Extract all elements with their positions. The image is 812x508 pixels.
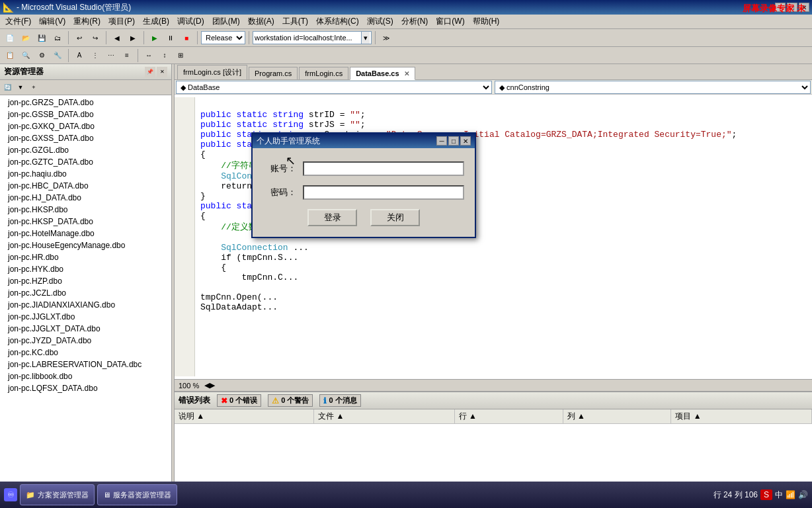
solution-item[interactable]: jon-pc.JJGLXT_DATA.dbo bbox=[0, 323, 171, 335]
menu-edit[interactable]: 编辑(V) bbox=[35, 15, 69, 28]
error-badge[interactable]: ✖ 0 个错误 bbox=[217, 394, 261, 407]
tb2-1[interactable]: 📋 bbox=[3, 48, 17, 63]
solution-item[interactable]: jon-pc.LQFSX_DATA.dbo bbox=[0, 382, 171, 394]
solution-item[interactable]: jon-pc.LABRESERVATION_DATA.dbc bbox=[0, 359, 171, 370]
save-btn[interactable]: 💾 bbox=[34, 30, 49, 45]
warning-icon: ⚠ bbox=[272, 396, 279, 405]
dialog-maximize-button[interactable]: □ bbox=[448, 136, 459, 146]
sol-new-btn[interactable]: + bbox=[28, 81, 40, 93]
col-project[interactable]: 项目 ▲ bbox=[671, 409, 812, 424]
sol-refresh-btn[interactable]: 🔄 bbox=[1, 81, 13, 93]
solution-item[interactable]: jon-pc.GZTC_DATA.dbo bbox=[0, 156, 171, 168]
pause-btn[interactable]: ⏸ bbox=[163, 30, 178, 45]
solution-item[interactable]: jon-pc.HouseEgencyManage.dbo bbox=[0, 239, 171, 251]
tb2-6[interactable]: ⋮ bbox=[88, 48, 102, 63]
menu-file[interactable]: 文件(F) bbox=[1, 15, 35, 28]
dialog-minimize-button[interactable]: ─ bbox=[436, 136, 447, 146]
tb2-10[interactable]: ↕ bbox=[157, 48, 172, 63]
solution-item[interactable]: jon-pc.GRZS_DATA.dbo bbox=[0, 97, 171, 108]
col-col[interactable]: 列 ▲ bbox=[563, 409, 671, 424]
config-dropdown[interactable]: Release bbox=[201, 31, 245, 44]
tb2-8[interactable]: ≡ bbox=[120, 48, 134, 63]
fwd-btn[interactable]: ▶ bbox=[126, 30, 140, 45]
pin-button[interactable]: 📌 bbox=[145, 67, 155, 77]
menu-build[interactable]: 生成(B) bbox=[139, 15, 173, 28]
member-dropdown[interactable]: ◆ cnnConstring bbox=[495, 81, 811, 94]
menu-test[interactable]: 测试(S) bbox=[363, 15, 397, 28]
undo-btn[interactable]: ↩ bbox=[72, 30, 87, 45]
tab-program[interactable]: Program.cs bbox=[249, 67, 298, 79]
solution-item[interactable]: jon-pc.GSSB_DATA.dbo bbox=[0, 108, 171, 120]
solution-item[interactable]: jon-pc.GXSS_DATA.dbo bbox=[0, 132, 171, 144]
tab-database[interactable]: DataBase.cs ✕ bbox=[350, 67, 415, 80]
login-button[interactable]: 登录 bbox=[307, 209, 357, 226]
tab-close-icon[interactable]: ✕ bbox=[404, 70, 409, 77]
solution-item[interactable]: jon-pc.JCZL.dbo bbox=[0, 287, 171, 299]
warning-badge[interactable]: ⚠ 0 个警告 bbox=[268, 394, 313, 407]
solution-item[interactable]: jon-pc.KC.dbo bbox=[0, 347, 171, 359]
start-btn[interactable]: ▶ bbox=[147, 30, 162, 45]
menu-architecture[interactable]: 体系结构(C) bbox=[312, 15, 363, 28]
menu-project[interactable]: 项目(P) bbox=[104, 15, 139, 28]
solution-item[interactable]: jon-pc.HBC_DATA.dbo bbox=[0, 180, 171, 192]
new-btn[interactable]: 📄 bbox=[3, 30, 17, 45]
account-input[interactable] bbox=[303, 161, 464, 176]
tb2-11[interactable]: ⊞ bbox=[173, 48, 188, 63]
close-panel-button[interactable]: ✕ bbox=[157, 67, 167, 77]
platform-combo[interactable]: workstation id=localhost;Inte... ▾ bbox=[253, 31, 372, 44]
col-file[interactable]: 文件 ▲ bbox=[314, 409, 455, 424]
tb2-7[interactable]: ⋯ bbox=[104, 48, 118, 63]
solution-item[interactable]: jon-pc.GXKQ_DATA.dbo bbox=[0, 120, 171, 132]
tb2-4[interactable]: 🔧 bbox=[50, 48, 65, 63]
solution-item[interactable]: jon-pc.HKSP_DATA.dbo bbox=[0, 216, 171, 228]
solution-item[interactable]: jon-pc.haqiu.dbo bbox=[0, 168, 171, 180]
open-btn[interactable]: 📂 bbox=[19, 30, 33, 45]
col-description[interactable]: 说明 ▲ bbox=[175, 409, 314, 424]
col-line[interactable]: 行 ▲ bbox=[454, 409, 563, 424]
menu-tools[interactable]: 工具(T) bbox=[278, 15, 312, 28]
class-dropdown[interactable]: ◆ DataBase bbox=[176, 81, 492, 94]
tb2-3[interactable]: ⚙ bbox=[34, 48, 49, 63]
solution-item[interactable]: jon-pc.JJGLXT.dbo bbox=[0, 311, 171, 323]
menu-refactor[interactable]: 重构(R) bbox=[69, 15, 104, 28]
menu-data[interactable]: 数据(A) bbox=[244, 15, 278, 28]
solution-item[interactable]: jon-pc.libbook.dbo bbox=[0, 370, 171, 382]
close-dialog-button[interactable]: 关闭 bbox=[370, 209, 420, 226]
sort-icon: ▲ bbox=[196, 411, 204, 421]
password-input[interactable] bbox=[303, 185, 464, 200]
solution-item[interactable]: jon-pc.HYK.dbo bbox=[0, 263, 171, 275]
menu-debug[interactable]: 调试(D) bbox=[173, 15, 208, 28]
taskbar-server-explorer[interactable]: 🖥 服务器资源管理器 bbox=[97, 484, 177, 505]
solution-item[interactable]: jon-pc.HR.dbo bbox=[0, 251, 171, 263]
solution-item[interactable]: jon-pc.JYZD_DATA.dbo bbox=[0, 335, 171, 347]
taskbar-ime-icon[interactable]: S bbox=[760, 489, 772, 500]
stop-btn[interactable]: ■ bbox=[179, 30, 194, 45]
menu-team[interactable]: 团队(M) bbox=[208, 15, 244, 28]
solution-item[interactable]: jon-pc.GZGL.dbo bbox=[0, 144, 171, 156]
start-button[interactable]: ♾ bbox=[4, 488, 17, 501]
info-badge[interactable]: ℹ 0 个消息 bbox=[319, 394, 360, 407]
solution-item[interactable]: jon-pc.HZP.dbo bbox=[0, 275, 171, 287]
menu-help[interactable]: 帮助(H) bbox=[469, 15, 504, 28]
solution-item[interactable]: jon-pc.HotelManage.dbo bbox=[0, 228, 171, 239]
solution-item[interactable]: jon-pc.JIADIANXIAXIANG.dbo bbox=[0, 299, 171, 311]
tb2-2[interactable]: 🔍 bbox=[19, 48, 33, 63]
combo-arrow-icon[interactable]: ▾ bbox=[361, 32, 370, 44]
save-all-btn[interactable]: 🗂 bbox=[50, 30, 65, 45]
tab-frmlogin-design[interactable]: frmLogin.cs [设计] bbox=[177, 65, 247, 79]
redo-btn[interactable]: ↪ bbox=[88, 30, 102, 45]
tb2-9[interactable]: ↔ bbox=[142, 48, 156, 63]
dialog-close-button[interactable]: ✕ bbox=[460, 136, 471, 146]
solution-item[interactable]: jon-pc.HKSP.dbo bbox=[0, 204, 171, 216]
sol-filter-btn[interactable]: ▼ bbox=[15, 81, 26, 93]
more-btn[interactable]: ≫ bbox=[379, 30, 393, 45]
solution-item[interactable]: jon-pc.HJ_DATA.dbo bbox=[0, 192, 171, 204]
dialog-title-bar: 个人助手管理系统 ─ □ ✕ bbox=[253, 134, 475, 148]
taskbar-solution-explorer[interactable]: 📁 方案资源管理器 bbox=[20, 484, 95, 505]
menu-analyze[interactable]: 分析(N) bbox=[397, 15, 432, 28]
menu-window[interactable]: 窗口(W) bbox=[432, 15, 468, 28]
tab-frmlogin[interactable]: frmLogin.cs bbox=[299, 67, 348, 79]
tb2-5[interactable]: A bbox=[72, 48, 87, 63]
back-btn[interactable]: ◀ bbox=[110, 30, 124, 45]
solution-list[interactable]: jon-pc.GRZS_DATA.dbojon-pc.GSSB_DATA.dbo… bbox=[0, 95, 171, 502]
